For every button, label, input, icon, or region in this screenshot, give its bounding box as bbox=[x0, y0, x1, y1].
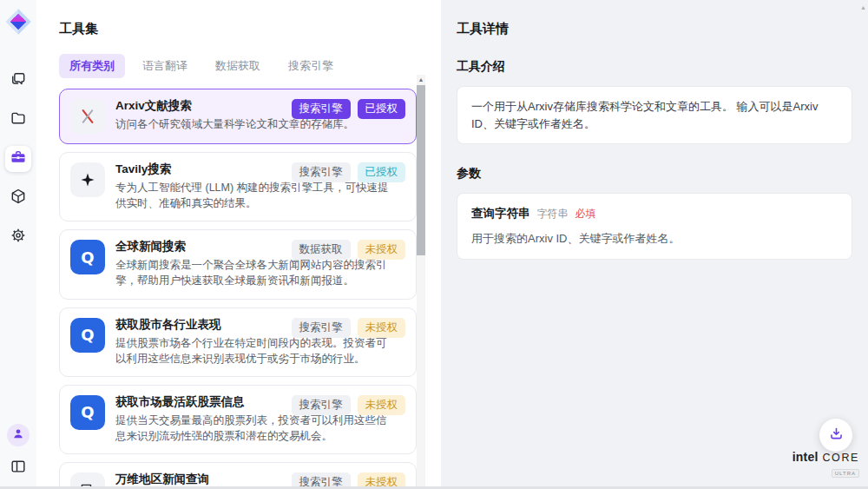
category-badge: 搜索引擎 bbox=[292, 395, 351, 415]
tool-icon: Q bbox=[70, 240, 105, 274]
tool-badges: 搜索引擎 已授权 bbox=[292, 99, 406, 119]
intro-heading: 工具介绍 bbox=[457, 59, 852, 75]
download-icon bbox=[828, 426, 845, 446]
scrollbar-thumb[interactable] bbox=[417, 85, 425, 255]
tool-description: 全球新闻搜索是一个聚合全球各大新闻网站内容的搜索引擎，帮助用户快速获取全球最新资… bbox=[115, 257, 391, 288]
params-heading: 参数 bbox=[457, 166, 852, 182]
toggle-sidebar-button[interactable] bbox=[5, 455, 31, 481]
app-window: 工具集 所有类别语言翻译数据获取搜索引擎 Arxiv文献搜索 访问各个研究领域大… bbox=[0, 0, 868, 489]
tool-card[interactable]: Q 全球新闻搜索 全球新闻搜索是一个聚合全球各大新闻网站内容的搜索引擎，帮助用户… bbox=[59, 229, 417, 299]
tool-badges: 搜索引擎 未授权 bbox=[292, 472, 406, 486]
icon-rail bbox=[0, 0, 36, 486]
page-title: 工具集 bbox=[59, 21, 441, 37]
tool-card[interactable]: Q 获取市场最活跃股票信息 提供当天交易量最高的股票列表，投资者可以利用这些信息… bbox=[59, 385, 417, 454]
category-badge: 搜索引擎 bbox=[292, 162, 351, 182]
tool-card[interactable]: 万维地区新闻查询 查询具体行政区划内的新闻，快速了解各地新闻动 搜索引擎 未授权 bbox=[59, 462, 417, 486]
gear-icon bbox=[10, 227, 27, 248]
category-tab[interactable]: 所有类别 bbox=[59, 54, 125, 78]
param-card: 查询字符串 字符串 必填 用于搜索的Arxiv ID、关键字或作者姓名。 bbox=[457, 193, 852, 260]
param-required-badge: 必填 bbox=[575, 206, 596, 221]
tool-card[interactable]: Arxiv文献搜索 访问各个研究领域大量科学论文和文章的存储库。 搜索引擎 已授… bbox=[59, 89, 417, 144]
q-letter-icon: Q bbox=[81, 403, 94, 421]
tool-collection-panel: 工具集 所有类别语言翻译数据获取搜索引擎 Arxiv文献搜索 访问各个研究领域大… bbox=[36, 0, 441, 486]
intro-card: 一个用于从Arxiv存储库搜索科学论文和文章的工具。 输入可以是Arxiv ID… bbox=[457, 86, 852, 144]
param-type: 字符串 bbox=[537, 206, 569, 221]
auth-status-badge: 未授权 bbox=[358, 318, 406, 338]
category-badge: 搜索引擎 bbox=[292, 99, 351, 119]
auth-status-badge: 已授权 bbox=[358, 162, 406, 182]
q-letter-icon: Q bbox=[81, 326, 94, 344]
intel-core-logo: intelcore ultra bbox=[792, 450, 859, 478]
tool-badges: 搜索引擎 未授权 bbox=[292, 318, 406, 338]
category-badge: 数据获取 bbox=[292, 240, 351, 260]
toolbox-icon bbox=[10, 149, 27, 169]
chat-icon bbox=[10, 70, 27, 91]
user-icon bbox=[11, 426, 25, 444]
nav-files-button[interactable] bbox=[5, 107, 31, 133]
tool-description: 提供股票市场各个行业在特定时间段内的表现。投资者可以利用这些信息来识别表现优于或… bbox=[115, 335, 391, 367]
auth-status-badge: 未授权 bbox=[358, 472, 406, 486]
tool-detail-panel: 工具详情 工具介绍 一个用于从Arxiv存储库搜索科学论文和文章的工具。 输入可… bbox=[441, 0, 868, 486]
user-avatar[interactable] bbox=[7, 424, 30, 446]
tool-icon bbox=[70, 162, 105, 197]
tool-badges: 数据获取 未授权 bbox=[292, 240, 406, 260]
nav-tools-button[interactable] bbox=[5, 146, 31, 172]
rail-bottom bbox=[5, 424, 31, 481]
tool-icon: Q bbox=[70, 318, 105, 353]
detail-title: 工具详情 bbox=[457, 21, 852, 37]
sparkle-icon bbox=[79, 171, 96, 188]
list-scrollbar[interactable]: ▲ bbox=[417, 75, 425, 486]
tool-badges: 搜索引擎 未授权 bbox=[292, 395, 406, 415]
auth-status-badge: 未授权 bbox=[358, 240, 406, 260]
ultra-tier-badge: ultra bbox=[832, 469, 859, 478]
nav-settings-button[interactable] bbox=[5, 224, 31, 250]
rail-nav bbox=[5, 68, 31, 250]
tool-description: 提供当天交易量最高的股票列表，投资者可以利用这些信息来识别流动性强的股票和潜在的… bbox=[115, 413, 391, 444]
download-button[interactable] bbox=[819, 419, 852, 452]
auth-status-badge: 未授权 bbox=[358, 395, 406, 415]
q-letter-icon: Q bbox=[81, 248, 94, 267]
category-tab[interactable]: 数据获取 bbox=[205, 54, 271, 78]
cube-icon bbox=[10, 188, 27, 208]
param-name: 查询字符串 bbox=[471, 205, 530, 222]
param-description: 用于搜索的Arxiv ID、关键字或作者姓名。 bbox=[471, 230, 838, 248]
layout-panels-icon bbox=[10, 458, 27, 479]
tool-icon bbox=[70, 472, 105, 486]
tool-description: 专为人工智能代理 (LLM) 构建的搜索引擎工具，可快速提供实时、准确和真实的结… bbox=[115, 180, 391, 211]
tool-icon: Q bbox=[70, 395, 105, 430]
tool-list: Arxiv文献搜索 访问各个研究领域大量科学论文和文章的存储库。 搜索引擎 已授… bbox=[59, 89, 417, 486]
category-tab[interactable]: 搜索引擎 bbox=[278, 54, 344, 78]
nav-packages-button[interactable] bbox=[5, 185, 31, 211]
tool-icon bbox=[70, 99, 105, 134]
newspaper-icon bbox=[78, 480, 97, 486]
tool-card[interactable]: Q 获取股市各行业表现 提供股票市场各个行业在特定时间段内的表现。投资者可以利用… bbox=[59, 307, 417, 377]
auth-status-badge: 已授权 bbox=[358, 99, 406, 119]
category-tab[interactable]: 语言翻译 bbox=[132, 54, 198, 78]
category-badge: 搜索引擎 bbox=[292, 472, 351, 486]
tool-badges: 搜索引擎 已授权 bbox=[292, 162, 406, 182]
category-tabs: 所有类别语言翻译数据获取搜索引擎 bbox=[59, 54, 441, 78]
folder-icon bbox=[10, 109, 27, 130]
param-head: 查询字符串 字符串 必填 bbox=[471, 205, 838, 222]
nav-chat-button[interactable] bbox=[5, 68, 31, 94]
intel-brand-text: intel bbox=[792, 450, 819, 464]
scrollbar-up-arrow[interactable]: ▲ bbox=[417, 75, 425, 85]
arxiv-icon bbox=[78, 107, 97, 126]
page-scrollbar-arrow[interactable]: ▲ bbox=[860, 4, 866, 10]
category-badge: 搜索引擎 bbox=[292, 318, 351, 338]
app-logo-icon bbox=[3, 7, 33, 36]
tool-card[interactable]: Tavily搜索 专为人工智能代理 (LLM) 构建的搜索引擎工具，可快速提供实… bbox=[59, 152, 417, 221]
core-product-text: core bbox=[822, 452, 859, 464]
intro-text: 一个用于从Arxiv存储库搜索科学论文和文章的工具。 输入可以是Arxiv ID… bbox=[471, 100, 818, 130]
